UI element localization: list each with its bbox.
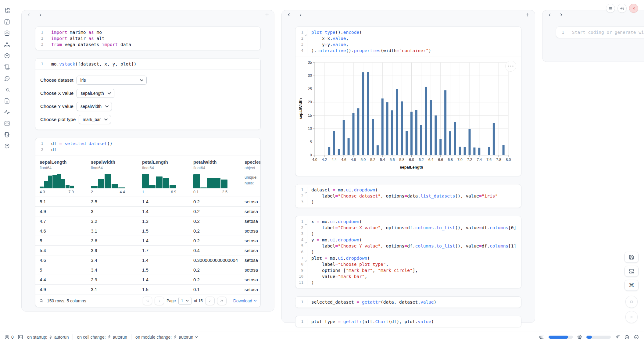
table-row[interactable]: 4.73.21.30.2setosa — [35, 216, 260, 226]
column-move-right-button[interactable] — [558, 12, 564, 18]
x-value-select[interactable]: sepalLength — [77, 89, 114, 98]
code-editor[interactable]: 1df = selected_dataset()2df — [35, 138, 260, 155]
line-number: 1 — [35, 141, 47, 147]
code-editor[interactable]: 1 Start coding or generate with AI — [556, 27, 644, 38]
code-line: 2df — [35, 147, 260, 153]
settings-button[interactable] — [617, 4, 627, 13]
sidebar-code-cells-icon[interactable] — [4, 120, 10, 127]
mode-value: autorun — [113, 335, 127, 340]
copilot-button[interactable] — [624, 334, 630, 340]
y-value-select[interactable]: sepalWidth — [77, 102, 112, 111]
fold-chevron-icon[interactable] — [305, 189, 307, 191]
column-move-right-button[interactable] — [297, 12, 303, 18]
code-editor[interactable]: 1import marimo as mo2import altair as al… — [35, 27, 260, 50]
table-row[interactable]: 53.61.40.2setosa — [35, 236, 260, 246]
stop-button[interactable] — [625, 296, 638, 308]
runtime-mode-button[interactable]: on startup:autorun — [27, 335, 69, 340]
save-button[interactable] — [624, 252, 639, 263]
chart-bar — [338, 149, 340, 155]
table-cell: setosa — [240, 197, 260, 207]
cpu-usage-bar — [586, 336, 611, 339]
table-cell: 1.5 — [138, 265, 189, 275]
table-row[interactable]: 4.93.11.50.1setosa — [35, 285, 260, 294]
dataset-select[interactable]: iris — [77, 76, 147, 85]
sidebar-logs-icon[interactable] — [4, 86, 10, 93]
prev-page-button[interactable] — [155, 297, 164, 305]
table-row[interactable]: 4.42.91.40.2setosa — [35, 275, 260, 285]
hamburger-icon — [608, 6, 613, 11]
sidebar-documentation-icon[interactable] — [4, 98, 10, 104]
plot-type-select[interactable]: mark_bar — [79, 115, 111, 124]
table-row[interactable]: 53.41.50.2setosa — [35, 265, 260, 275]
command-palette-button[interactable]: ⌘ — [624, 280, 639, 291]
fold-chevron-icon[interactable] — [305, 239, 307, 241]
table-row[interactable]: 4.63.41.40.3000000000000004setosa — [35, 255, 260, 265]
connection-status-button[interactable] — [634, 334, 639, 340]
chart-menu-button[interactable] — [505, 61, 516, 72]
code-editor[interactable]: 1dataset = mo.ui.dropdown(2 label="Choos… — [295, 184, 521, 208]
next-page-button[interactable] — [205, 297, 215, 305]
table-cell: setosa — [240, 216, 260, 226]
column-move-left-button[interactable] — [26, 12, 32, 18]
chevron-down-icon — [108, 92, 111, 94]
altair-chart[interactable]: 4.04.24.44.64.85.05.25.45.65.86.06.26.46… — [298, 60, 515, 172]
table-row[interactable]: 5.13.51.40.2setosa — [35, 197, 260, 207]
fold-chevron-icon[interactable] — [305, 221, 307, 223]
code-editor[interactable]: 1x = mo.ui.dropdown(2 label="Choose X va… — [295, 216, 521, 288]
page-select[interactable]: 1 — [178, 297, 191, 305]
fold-chevron-icon[interactable] — [305, 258, 307, 259]
line-number: 1 — [295, 187, 307, 193]
search-icon[interactable] — [39, 298, 44, 303]
sidebar-dependencies-icon[interactable] — [4, 41, 10, 48]
column-header[interactable]: petalWidthfloat640.12.5 — [189, 155, 240, 197]
column-header[interactable]: sepalWidthfloat6424.4 — [87, 155, 138, 197]
sidebar-file-explorer-icon[interactable] — [4, 7, 10, 14]
sidebar-snippets-icon[interactable] — [4, 64, 10, 70]
terminal-button[interactable] — [18, 334, 23, 340]
fold-chevron-icon[interactable] — [305, 32, 307, 33]
sidebar-packages-icon[interactable] — [4, 52, 10, 59]
column-header[interactable]: petalLengthfloat6416.9 — [138, 155, 189, 197]
first-page-button[interactable] — [143, 297, 152, 305]
sidebar-help-icon[interactable] — [4, 143, 10, 149]
runtime-mode-button[interactable]: on cell change:autorun — [77, 335, 127, 340]
code-editor[interactable]: 1plot_type().encode(2 x=x.value,3 y=y.va… — [295, 27, 521, 56]
code-editor[interactable]: 1mo.vstack([dataset, x, y, plot]) — [35, 59, 260, 69]
chart-bar — [352, 113, 355, 155]
code-placeholder[interactable]: Start coding or generate with AI — [568, 29, 644, 35]
code-editor[interactable]: 1plot_type = getattr(alt.Chart(df), plot… — [295, 316, 521, 327]
dropdown-row: Choose Y valuesepalWidth — [40, 102, 256, 111]
sidebar-chat-icon[interactable] — [4, 75, 10, 82]
last-page-button[interactable] — [217, 297, 227, 305]
notebook-column-3: 1 Start coding or generate with AI — [542, 10, 644, 62]
chart-bar — [503, 145, 505, 155]
download-button[interactable]: Download — [233, 298, 257, 303]
sidebar-scratchpad-icon[interactable] — [4, 131, 10, 138]
column-header[interactable]: sepalLengthfloat644.37.9 — [35, 155, 87, 197]
column-move-left-button[interactable] — [546, 12, 553, 18]
table-row[interactable]: 4.931.40.2setosa — [35, 207, 260, 216]
shutdown-button[interactable] — [629, 4, 638, 13]
column-header[interactable]: speciesobjectunique:nulls: — [240, 155, 260, 197]
chart-bar — [377, 145, 379, 155]
errors-indicator[interactable]: 0 — [4, 334, 14, 340]
layout-view-button[interactable] — [624, 266, 639, 277]
ai-assistant-button[interactable] — [615, 334, 620, 340]
table-row[interactable]: 5.43.91.70.4setosa — [35, 246, 260, 255]
sidebar-functions-icon[interactable] — [4, 19, 10, 25]
column-move-left-button[interactable] — [286, 12, 292, 18]
menu-button[interactable] — [606, 4, 615, 13]
file-explorer-icon — [4, 8, 10, 14]
svg-text:4.4: 4.4 — [331, 158, 337, 162]
add-cell-button[interactable] — [263, 11, 270, 18]
code-editor[interactable]: 1selected_dataset = getattr(data, datase… — [295, 297, 521, 308]
run-button[interactable] — [625, 311, 638, 323]
column-move-right-button[interactable] — [37, 12, 43, 18]
runtime-mode-button[interactable]: on module change:autorun — [135, 335, 198, 340]
table-cell: 0.2 — [189, 226, 240, 236]
sidebar-datasources-icon[interactable] — [4, 30, 10, 37]
svg-text:7.0: 7.0 — [457, 158, 463, 162]
table-row[interactable]: 4.63.11.50.2setosa — [35, 226, 260, 236]
sidebar-tracing-icon[interactable] — [4, 109, 10, 116]
add-cell-button[interactable] — [524, 11, 531, 18]
